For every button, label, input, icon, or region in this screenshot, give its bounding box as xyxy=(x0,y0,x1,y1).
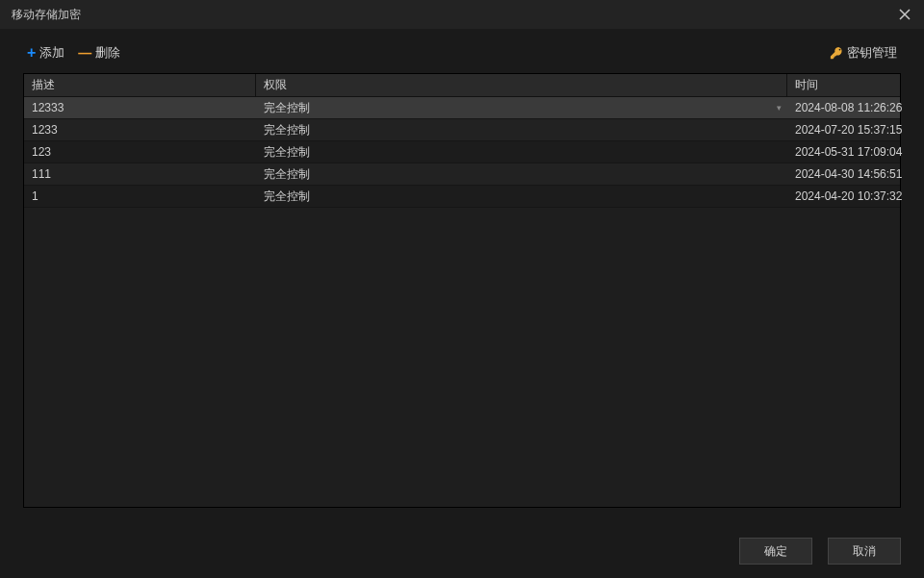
cell-desc: 123 xyxy=(24,141,256,163)
toolbar: + 添加 — 删除 密钥管理 xyxy=(0,29,924,63)
titlebar: 移动存储加密 xyxy=(0,0,924,29)
close-icon xyxy=(899,9,911,20)
cell-desc: 111 xyxy=(24,163,256,185)
table-row[interactable]: 12333完全控制▾2024-08-08 11:26:26 xyxy=(24,97,900,119)
window-title: 移动存储加密 xyxy=(12,7,81,23)
cell-perm: 完全控制 xyxy=(256,141,787,163)
th-time[interactable]: 时间 xyxy=(787,74,900,96)
table: 描述 权限 时间 12333完全控制▾2024-08-08 11:26:2612… xyxy=(23,73,901,508)
th-desc[interactable]: 描述 xyxy=(24,74,256,96)
key-icon xyxy=(830,46,843,60)
plus-icon: + xyxy=(27,45,36,61)
delete-button[interactable]: — 删除 xyxy=(78,44,120,62)
cell-perm: 完全控制 xyxy=(256,163,787,185)
cancel-button[interactable]: 取消 xyxy=(828,538,901,565)
table-row[interactable]: 111完全控制2024-04-30 14:56:51 xyxy=(24,163,900,186)
cell-perm[interactable]: 完全控制▾ xyxy=(256,97,787,118)
toolbar-right: 密钥管理 xyxy=(830,44,897,62)
chevron-down-icon: ▾ xyxy=(777,103,782,113)
cell-time: 2024-04-30 14:56:51 xyxy=(787,163,900,185)
table-row[interactable]: 123完全控制2024-05-31 17:09:04 xyxy=(24,141,900,163)
cell-time: 2024-04-20 10:37:32 xyxy=(787,186,900,207)
toolbar-left: + 添加 — 删除 xyxy=(27,44,120,62)
cell-perm: 完全控制 xyxy=(256,186,787,207)
table-row[interactable]: 1完全控制2024-04-20 10:37:32 xyxy=(24,186,900,208)
ok-button[interactable]: 确定 xyxy=(739,538,812,565)
delete-label: 删除 xyxy=(95,44,120,62)
add-label: 添加 xyxy=(39,44,64,62)
table-row[interactable]: 1233完全控制2024-07-20 15:37:15 xyxy=(24,119,900,141)
table-body: 12333完全控制▾2024-08-08 11:26:261233完全控制202… xyxy=(24,97,900,208)
close-button[interactable] xyxy=(895,5,914,24)
add-button[interactable]: + 添加 xyxy=(27,44,64,62)
cell-time: 2024-08-08 11:26:26 xyxy=(787,97,900,118)
cell-desc: 1 xyxy=(24,186,256,207)
footer: 确定 取消 xyxy=(739,538,901,565)
th-perm[interactable]: 权限 xyxy=(256,74,787,96)
cell-perm: 完全控制 xyxy=(256,119,787,140)
cell-desc: 1233 xyxy=(24,119,256,140)
cell-time: 2024-05-31 17:09:04 xyxy=(787,141,900,163)
table-header: 描述 权限 时间 xyxy=(24,74,900,97)
cell-desc: 12333 xyxy=(24,97,256,118)
minus-icon: — xyxy=(78,46,91,60)
key-mgmt-label: 密钥管理 xyxy=(847,44,897,62)
cell-time: 2024-07-20 15:37:15 xyxy=(787,119,900,140)
key-mgmt-button[interactable]: 密钥管理 xyxy=(830,44,897,62)
